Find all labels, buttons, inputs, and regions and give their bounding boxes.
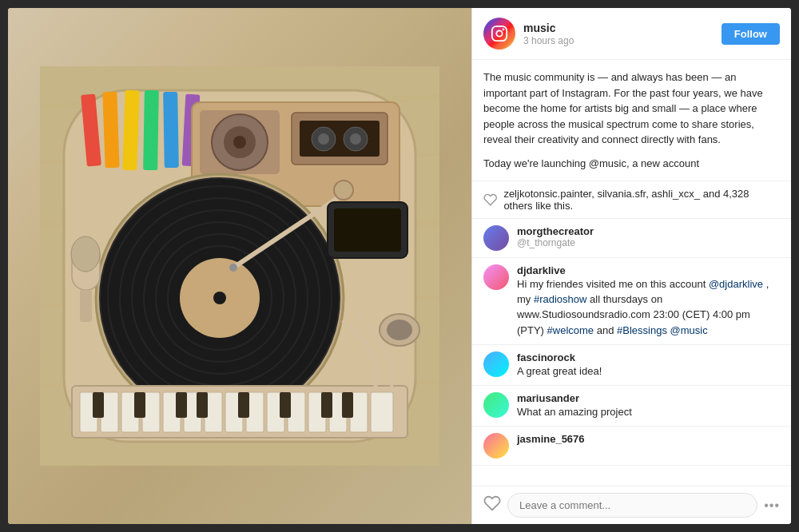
comment-content: djdarklive Hi my friendes visited me on … <box>517 264 780 338</box>
comment-input-area: ••• <box>472 486 791 524</box>
comment-input[interactable] <box>507 493 757 518</box>
comment-avatar <box>483 264 509 290</box>
svg-point-71 <box>496 30 502 36</box>
svg-rect-61 <box>197 392 208 418</box>
svg-rect-64 <box>321 392 332 418</box>
post-timestamp: 3 hours ago <box>523 35 721 46</box>
comment-avatar <box>483 433 509 459</box>
hashtag: #radioshow <box>534 293 587 305</box>
svg-point-67 <box>387 320 412 340</box>
svg-point-23 <box>318 133 329 145</box>
caption-main-text: The music community is — and always has … <box>483 69 780 148</box>
like-button[interactable] <box>483 494 501 516</box>
likes-text: zeljkotonsic.painter, silvania.sfr, ashl… <box>503 188 780 212</box>
post-image-panel <box>8 8 471 524</box>
comment-username: djdarklive <box>517 264 780 276</box>
svg-rect-62 <box>238 392 249 418</box>
svg-point-41 <box>71 236 100 272</box>
comment-content: mariusander What an amazing project <box>517 392 780 419</box>
header-info: music 3 hours ago <box>523 21 721 46</box>
comments-list: morgthecreator @t_thorngate djdarklive H… <box>472 219 791 486</box>
mention: @music <box>670 324 708 336</box>
heart-icon <box>483 192 497 208</box>
comment-avatar <box>483 392 509 418</box>
hashtag: #Blessings <box>617 324 667 336</box>
svg-rect-40 <box>80 290 92 322</box>
comment-handle: @t_thorngate <box>517 237 780 248</box>
svg-rect-12 <box>143 90 159 170</box>
comment-body: What an amazing project <box>517 406 632 418</box>
post-info-panel: music 3 hours ago Follow The music commu… <box>471 8 791 524</box>
svg-rect-10 <box>102 92 119 169</box>
svg-rect-65 <box>342 392 353 418</box>
comment-item: fascinorock A great great idea! <box>472 345 791 386</box>
profile-username: music <box>523 22 555 34</box>
svg-rect-63 <box>280 392 291 418</box>
hashtag: #welcome <box>547 324 594 336</box>
svg-point-72 <box>503 29 505 31</box>
comment-content: fascinorock A great great idea! <box>517 351 780 379</box>
comment-item: jasmine_5676 <box>472 427 791 466</box>
heart-icon <box>483 494 501 512</box>
likes-suffix: others like this. <box>503 200 573 212</box>
post-image <box>8 8 471 524</box>
comment-username: jasmine_5676 <box>517 433 780 445</box>
comment-username: fascinorock <box>517 351 780 363</box>
more-options-button[interactable]: ••• <box>764 498 780 513</box>
svg-point-38 <box>229 264 237 272</box>
comment-item: morgthecreator @t_thorngate <box>472 219 791 258</box>
comment-username: morgthecreator <box>517 225 780 237</box>
svg-rect-58 <box>93 392 104 418</box>
likes-count: 4,328 <box>723 188 749 200</box>
comment-content: morgthecreator @t_thorngate <box>517 225 780 250</box>
profile-avatar <box>483 18 515 50</box>
svg-point-25 <box>350 133 361 145</box>
svg-rect-60 <box>176 392 187 418</box>
instagram-icon <box>491 25 508 42</box>
likes-users: zeljkotonsic.painter, silvania.sfr, ashl… <box>503 188 700 200</box>
comment-avatar <box>483 225 509 251</box>
comment-item: djdarklive Hi my friendes visited me on … <box>472 258 791 345</box>
svg-rect-11 <box>122 90 139 171</box>
likes-row: zeljkotonsic.painter, silvania.sfr, ashl… <box>472 181 791 219</box>
comment-avatar <box>483 351 509 377</box>
comment-content: jasmine_5676 <box>517 433 780 445</box>
comment-username: mariusander <box>517 392 780 404</box>
post-artwork <box>40 66 439 466</box>
comment-body: Hi my friendes visited me on this accoun… <box>517 278 769 336</box>
svg-point-37 <box>334 181 353 200</box>
comment-body: A great great idea! <box>517 365 602 377</box>
instagram-post-window: music 3 hours ago Follow The music commu… <box>8 8 791 524</box>
mention: @djdarklive <box>709 278 763 290</box>
svg-point-19 <box>233 136 246 149</box>
svg-rect-70 <box>492 26 507 41</box>
svg-rect-57 <box>371 392 393 432</box>
post-header: music 3 hours ago Follow <box>472 8 791 60</box>
follow-button[interactable]: Follow <box>721 23 780 45</box>
caption-secondary-text: Today we're launching @music, a new acco… <box>483 156 780 172</box>
caption-area: The music community is — and always has … <box>472 60 791 181</box>
comment-item: mariusander What an amazing project <box>472 386 791 427</box>
svg-rect-13 <box>163 92 179 168</box>
svg-rect-69 <box>334 208 401 252</box>
svg-point-35 <box>213 292 226 304</box>
svg-rect-59 <box>134 392 145 418</box>
